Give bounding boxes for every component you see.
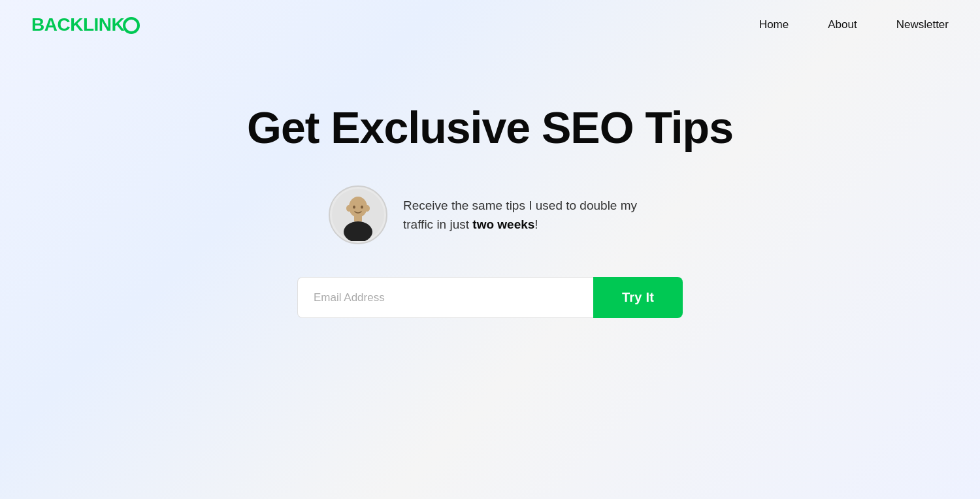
nav-newsletter[interactable]: Newsletter <box>896 18 949 31</box>
site-logo[interactable]: BACKLINK <box>31 14 140 35</box>
avatar-image <box>332 189 384 241</box>
site-header: BACKLINK Home About Newsletter <box>0 0 980 50</box>
nav-home[interactable]: Home <box>759 18 789 31</box>
svg-point-1 <box>349 197 367 217</box>
svg-point-6 <box>353 206 355 209</box>
main-content: Get Exclusive SEO Tips <box>0 50 980 318</box>
svg-point-7 <box>361 206 363 209</box>
avatar <box>329 185 387 244</box>
svg-rect-4 <box>354 216 362 221</box>
email-form: Try It <box>297 277 683 318</box>
author-section: Receive the same tips I used to double m… <box>329 185 651 244</box>
main-nav: Home About Newsletter <box>759 18 949 31</box>
email-input[interactable] <box>297 277 593 318</box>
svg-point-2 <box>346 205 351 212</box>
nav-about[interactable]: About <box>828 18 857 31</box>
logo-o-circle <box>123 17 140 34</box>
svg-point-3 <box>365 205 370 212</box>
sub-description: Receive the same tips I used to double m… <box>403 196 651 234</box>
try-it-button[interactable]: Try It <box>593 277 683 318</box>
page-title: Get Exclusive SEO Tips <box>247 102 733 153</box>
